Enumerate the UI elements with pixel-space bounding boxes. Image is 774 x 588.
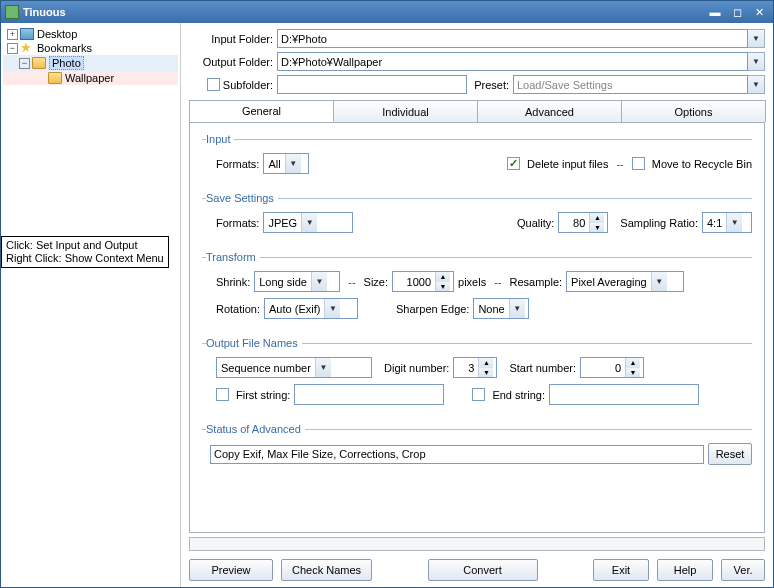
filename-mode-combo[interactable]: Sequence number ▼ bbox=[216, 357, 372, 378]
input-folder-label: Input Folder: bbox=[189, 33, 277, 45]
tooltip-line: Right Click: Show Context Menu bbox=[6, 252, 164, 265]
first-string-checkbox[interactable] bbox=[216, 388, 229, 401]
chevron-down-icon[interactable]: ▼ bbox=[509, 299, 525, 318]
first-string-field[interactable] bbox=[294, 384, 444, 405]
spin-down[interactable]: ▼ bbox=[479, 368, 493, 378]
folder-icon bbox=[32, 57, 46, 69]
collapse-icon[interactable]: − bbox=[19, 58, 30, 69]
start-spinner[interactable]: 0 ▲▼ bbox=[580, 357, 644, 378]
tree-node-bookmarks[interactable]: − ★ Bookmarks bbox=[3, 41, 178, 55]
digit-label: Digit number: bbox=[384, 362, 449, 374]
sampling-combo[interactable]: 4:1 ▼ bbox=[702, 212, 752, 233]
tooltip-line: Click: Set Input and Output bbox=[6, 239, 164, 252]
preset-label: Preset: bbox=[467, 79, 513, 91]
spin-down[interactable]: ▼ bbox=[626, 368, 640, 378]
help-button[interactable]: Help bbox=[657, 559, 713, 581]
size-spinner[interactable]: 1000 ▲▼ bbox=[392, 271, 454, 292]
spin-down[interactable]: ▼ bbox=[436, 282, 450, 292]
preset-dropdown[interactable]: ▼ bbox=[748, 75, 765, 94]
output-names-legend: Output File Names bbox=[206, 337, 302, 349]
status-fieldset: Status of Advanced Reset bbox=[202, 423, 752, 465]
desktop-icon bbox=[20, 28, 34, 40]
check-names-button[interactable]: Check Names bbox=[281, 559, 372, 581]
tree-label: Wallpaper bbox=[65, 72, 114, 84]
input-folder-dropdown[interactable]: ▼ bbox=[748, 29, 765, 48]
spin-up[interactable]: ▲ bbox=[590, 213, 604, 223]
reset-button[interactable]: Reset bbox=[708, 443, 752, 465]
chevron-down-icon[interactable]: ▼ bbox=[315, 358, 331, 377]
tree-node-desktop[interactable]: + Desktop bbox=[3, 27, 178, 41]
output-folder-dropdown[interactable]: ▼ bbox=[748, 52, 765, 71]
input-folder-field[interactable] bbox=[277, 29, 748, 48]
tree-node-photo[interactable]: − Photo bbox=[3, 55, 178, 71]
convert-button[interactable]: Convert bbox=[428, 559, 538, 581]
tab-advanced[interactable]: Advanced bbox=[477, 100, 622, 122]
spin-up[interactable]: ▲ bbox=[479, 358, 493, 368]
input-fieldset: Input Formats: All ▼ Delete input files … bbox=[202, 133, 752, 180]
output-folder-field[interactable] bbox=[277, 52, 748, 71]
formats-label: Formats: bbox=[216, 158, 259, 170]
chevron-down-icon[interactable]: ▼ bbox=[311, 272, 327, 291]
spin-up[interactable]: ▲ bbox=[626, 358, 640, 368]
chevron-down-icon[interactable]: ▼ bbox=[324, 299, 340, 318]
quality-spinner[interactable]: 80 ▲▼ bbox=[558, 212, 608, 233]
shrink-combo[interactable]: Long side ▼ bbox=[254, 271, 340, 292]
subfolder-field[interactable] bbox=[277, 75, 467, 94]
close-button[interactable]: ✕ bbox=[749, 4, 769, 20]
end-string-checkbox[interactable] bbox=[472, 388, 485, 401]
input-legend: Input bbox=[206, 133, 234, 145]
spin-up[interactable]: ▲ bbox=[436, 272, 450, 282]
tree-label: Bookmarks bbox=[37, 42, 92, 54]
tab-individual[interactable]: Individual bbox=[333, 100, 478, 122]
exit-button[interactable]: Exit bbox=[593, 559, 649, 581]
tooltip: Click: Set Input and Output Right Click:… bbox=[1, 236, 169, 268]
rotation-combo[interactable]: Auto (Exif) ▼ bbox=[264, 298, 358, 319]
tree-label: Desktop bbox=[37, 28, 77, 40]
spin-down[interactable]: ▼ bbox=[590, 223, 604, 233]
chevron-down-icon[interactable]: ▼ bbox=[285, 154, 301, 173]
first-string-label: First string: bbox=[236, 389, 290, 401]
digit-spinner[interactable]: 3 ▲▼ bbox=[453, 357, 497, 378]
maximize-button[interactable]: ◻ bbox=[727, 4, 747, 20]
save-legend: Save Settings bbox=[206, 192, 278, 204]
tree-label: Photo bbox=[49, 56, 84, 70]
delete-input-label: Delete input files bbox=[527, 158, 608, 170]
preset-field[interactable] bbox=[513, 75, 748, 94]
collapse-icon[interactable]: − bbox=[7, 43, 18, 54]
status-field[interactable] bbox=[210, 445, 704, 464]
start-label: Start number: bbox=[509, 362, 576, 374]
end-string-field[interactable] bbox=[549, 384, 699, 405]
save-fieldset: Save Settings Formats: JPEG ▼ Quality: 8… bbox=[202, 192, 752, 239]
titlebar: Tinuous ▬ ◻ ✕ bbox=[1, 1, 773, 23]
resample-label: Resample: bbox=[510, 276, 563, 288]
preview-button[interactable]: Preview bbox=[189, 559, 273, 581]
sharpen-label: Sharpen Edge: bbox=[396, 303, 469, 315]
end-string-label: End string: bbox=[492, 389, 545, 401]
folder-icon bbox=[48, 72, 62, 84]
subfolder-checkbox[interactable] bbox=[207, 78, 220, 91]
save-formats-label: Formats: bbox=[216, 217, 259, 229]
tab-panel-general: Input Formats: All ▼ Delete input files … bbox=[189, 122, 765, 533]
chevron-down-icon[interactable]: ▼ bbox=[726, 213, 742, 232]
tab-options[interactable]: Options bbox=[621, 100, 766, 122]
chevron-down-icon[interactable]: ▼ bbox=[651, 272, 667, 291]
input-formats-combo[interactable]: All ▼ bbox=[263, 153, 309, 174]
window-title: Tinuous bbox=[23, 6, 703, 18]
version-button[interactable]: Ver. bbox=[721, 559, 765, 581]
size-suffix: pixels bbox=[458, 276, 486, 288]
sharpen-combo[interactable]: None ▼ bbox=[473, 298, 529, 319]
delete-input-checkbox[interactable] bbox=[507, 157, 520, 170]
folder-tree: + Desktop − ★ Bookmarks − Photo Wallpape… bbox=[1, 23, 181, 587]
chevron-down-icon[interactable]: ▼ bbox=[301, 213, 317, 232]
tab-general[interactable]: General bbox=[189, 100, 334, 122]
tree-node-wallpaper[interactable]: Wallpaper bbox=[3, 71, 178, 85]
expand-icon[interactable]: + bbox=[7, 29, 18, 40]
minimize-button[interactable]: ▬ bbox=[705, 4, 725, 20]
resample-combo[interactable]: Pixel Averaging ▼ bbox=[566, 271, 684, 292]
save-formats-combo[interactable]: JPEG ▼ bbox=[263, 212, 353, 233]
output-names-fieldset: Output File Names Sequence number ▼ Digi… bbox=[202, 337, 752, 411]
transform-fieldset: Transform Shrink: Long side ▼ -- Size: 1… bbox=[202, 251, 752, 325]
status-legend: Status of Advanced bbox=[206, 423, 305, 435]
sampling-label: Sampling Ratio: bbox=[620, 217, 698, 229]
recycle-checkbox[interactable] bbox=[632, 157, 645, 170]
